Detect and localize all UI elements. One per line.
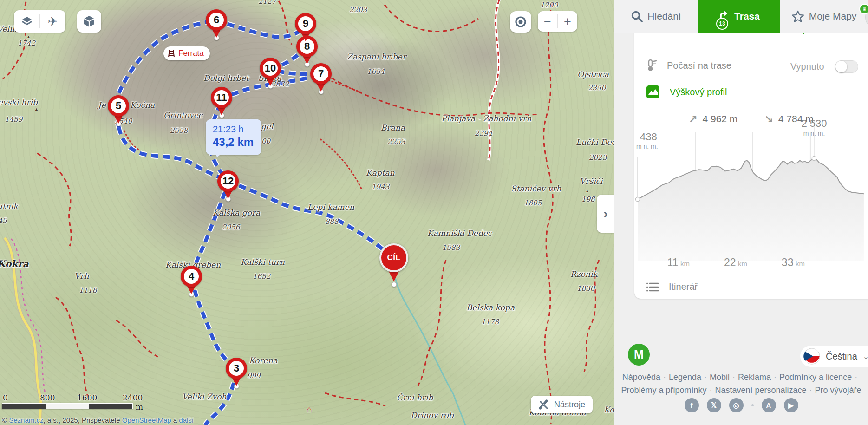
zoom-controls: − +	[538, 11, 577, 32]
hut-icon: ⌂	[307, 404, 312, 415]
route-marker-5[interactable]: 5	[108, 95, 129, 117]
map-place-label: Brana	[381, 123, 405, 132]
ferrata-poi-label[interactable]: Ferrata	[163, 46, 210, 60]
route-marker-11[interactable]: 11	[211, 87, 232, 108]
locate-icon	[515, 16, 527, 28]
x-icon[interactable]: 𝕏	[707, 398, 721, 412]
tab-hledání[interactable]: Hledání	[614, 0, 698, 33]
route-marker-10[interactable]: 10	[260, 58, 281, 79]
route-marker-6[interactable]: 6	[206, 9, 227, 31]
star-icon	[791, 10, 804, 23]
chart-x-tick: 33 km	[766, 256, 805, 269]
footer-link[interactable]: Reklama	[738, 373, 771, 382]
map-elevation-label: 2203	[349, 6, 367, 14]
scale-unit: m	[136, 402, 143, 412]
route-marker-9[interactable]: 9	[295, 13, 316, 34]
scale-tick: 800	[40, 393, 55, 402]
map-place-label: Kočna	[130, 100, 155, 110]
elevation-chart[interactable]: 438 m n. m. 2 530 m n. m. 11 km22 km33 k…	[634, 103, 868, 261]
tools-button[interactable]: Nástroje	[531, 396, 593, 413]
map-elevation-label: 2056	[222, 223, 240, 231]
summit-triangle-icon: ▲	[34, 107, 39, 111]
googleplay-icon[interactable]: ▶	[784, 398, 798, 412]
map-place-label: Veliki Zvoh	[182, 392, 226, 401]
map-place-label: Zaspani hriber	[347, 52, 406, 61]
footer-link[interactable]: Pro vývojáře	[815, 386, 861, 395]
map-place-label: Kalška gora	[213, 208, 260, 217]
separator-dot	[751, 404, 754, 406]
ladder-icon	[168, 49, 175, 58]
zoom-in-button[interactable]: +	[558, 11, 577, 32]
locate-me-button[interactable]	[510, 11, 531, 33]
czech-flag-icon	[803, 348, 820, 365]
toggle-knob	[835, 61, 847, 72]
tab-moje-mapy[interactable]: Moje Mapy	[780, 0, 868, 33]
route-distance: 43,2 km	[213, 136, 261, 149]
view-3d-button[interactable]	[77, 10, 101, 33]
route-summary-tooltip[interactable]: 21:23 h 43,2 km	[206, 119, 261, 155]
layers-icon	[21, 15, 33, 27]
aerial-view-button[interactable]: ✈	[40, 10, 65, 33]
finish-marker[interactable]: CÍL	[379, 243, 409, 273]
elevation-profile-row[interactable]: Výškový profil	[646, 85, 727, 98]
instagram-icon[interactable]: ◎	[729, 398, 744, 412]
map-place-label: Lučki Dedec	[576, 137, 614, 147]
map-elevation-label: 2127	[258, 0, 276, 6]
map-elevation-label: 1178	[481, 318, 499, 326]
map-canvas[interactable]: 21:23 h 43,2 km Ferrata ⌂	[0, 0, 614, 425]
chevron-right-icon: ›	[603, 206, 608, 222]
map-place-label: utnik	[0, 202, 18, 211]
separator-dot: ·	[709, 386, 712, 395]
summit-triangle-icon: ▲	[26, 34, 31, 39]
facebook-icon[interactable]: f	[685, 398, 699, 412]
map-elevation-label: 2558	[170, 126, 188, 135]
plane-icon: ✈	[48, 14, 58, 29]
summit-triangle-icon: ▲	[585, 189, 589, 193]
language-label: Čeština	[826, 351, 857, 362]
route-marker-3[interactable]: 3	[226, 358, 247, 379]
weather-toggle[interactable]	[835, 60, 858, 73]
chart-max-elevation: 2 530	[791, 118, 837, 130]
map-place-label: Črni hrib	[397, 393, 433, 402]
footer-link[interactable]: Nápověda	[622, 373, 660, 382]
itinerary-row[interactable]: Itinerář	[646, 281, 698, 292]
layers-button[interactable]	[14, 10, 39, 33]
language-selector[interactable]: Čeština ⌄	[800, 346, 868, 367]
premium-crown-badge: ♛	[859, 4, 868, 14]
copyright-link[interactable]: další	[179, 416, 194, 424]
route-marker-4[interactable]: 4	[181, 266, 202, 287]
route-time: 21:23 h	[213, 124, 261, 135]
footer-link[interactable]: Legenda	[669, 373, 701, 382]
cube-3d-icon	[83, 15, 95, 28]
map-place-label: Kaptan	[366, 168, 395, 177]
footer-link[interactable]: Mobil	[710, 373, 730, 382]
sidebar-collapse-button[interactable]: ›	[597, 195, 614, 233]
map-elevation-label: 1943	[372, 183, 389, 191]
copyright-link[interactable]: OpenStreetMap	[122, 416, 171, 424]
thermometer-icon	[646, 59, 657, 72]
copyright-text: a	[171, 416, 179, 424]
zoom-out-button[interactable]: −	[538, 11, 557, 32]
route-marker-12[interactable]: 12	[217, 170, 239, 192]
layer-controls: ✈	[14, 10, 65, 33]
tab-label: Moje Mapy	[809, 11, 857, 22]
tab-trasa[interactable]: Trasa13	[698, 0, 780, 33]
footer-link[interactable]: Nastavení personalizace	[715, 386, 806, 395]
itinerary-label: Itinerář	[669, 281, 698, 292]
footer-link[interactable]: Podmínky a licence	[779, 373, 852, 382]
copyright-link[interactable]: Seznam.cz	[9, 416, 43, 424]
map-elevation-label: 1654	[367, 67, 385, 76]
chart-x-tick: 22 km	[708, 256, 747, 269]
plus-icon: +	[564, 14, 571, 29]
scale-tick: 0	[3, 393, 8, 402]
route-marker-7[interactable]: 7	[310, 63, 332, 85]
separator-dot: ·	[704, 373, 707, 382]
appstore-icon[interactable]: A	[762, 398, 776, 412]
mapy-app-window: 21:23 h 43,2 km Ferrata ⌂	[0, 0, 868, 425]
map-place-label: Kalški turn	[241, 257, 285, 267]
mapy-logo[interactable]: M	[628, 344, 650, 366]
map-place-label: Kor	[604, 405, 614, 414]
weather-row[interactable]: Počasí na trase	[646, 59, 731, 72]
scale-bar	[2, 403, 133, 409]
footer-link[interactable]: Problémy a připomínky	[621, 386, 706, 395]
